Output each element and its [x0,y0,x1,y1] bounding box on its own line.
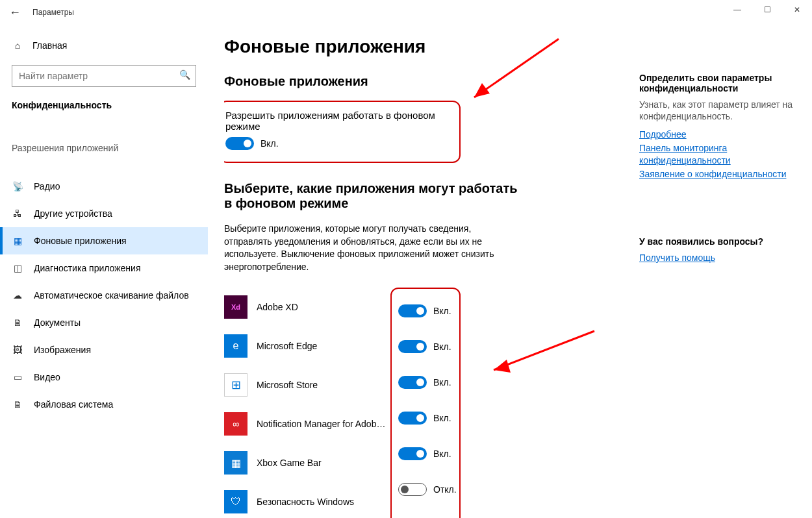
sidebar-home-label: Главная [32,40,67,51]
radio-icon: 📡 [12,180,23,192]
page-title: Фоновые приложения [224,36,812,57]
sidebar-item-6[interactable]: 🖼Изображения [0,336,208,364]
sidebar-item-1[interactable]: 🖧Другие устройства [0,200,208,227]
app-toggle[interactable] [398,483,427,496]
app-row-4: ▦Xbox Game Bar [224,443,390,482]
app-toggle-row-3: Вкл. [398,400,457,436]
sidebar-item-label: Документы [34,317,81,328]
background-apps-icon: ▦ [12,235,23,247]
app-icon: e [224,334,247,358]
sidebar-item-label: Радио [34,181,60,191]
app-toggle[interactable] [398,412,427,425]
app-toggle-row-0: Вкл. [398,293,457,328]
sidebar-item-label: Изображения [34,345,91,355]
section2-title: Выберите, какие приложения могут работат… [224,181,523,211]
app-name-label: Microsoft Edge [247,341,390,351]
app-toggle[interactable] [398,376,427,389]
master-toggle[interactable] [225,137,254,150]
link-statement[interactable]: Заявление о конфиденциальности [639,168,795,180]
app-name-label: Microsoft Store [247,380,390,390]
sidebar-item-7[interactable]: ▭Видео [0,364,208,391]
app-name-label: Xbox Game Bar [247,458,390,468]
pictures-icon: 🖼 [12,344,23,356]
search-input[interactable] [12,66,196,86]
app-icon: Xd [224,295,247,319]
link-dashboard[interactable]: Панель мониторинга конфиденциальности [639,142,795,167]
other-devices-icon: 🖧 [12,208,23,219]
app-name-label: Adobe XD [247,302,390,312]
app-toggle[interactable] [398,304,427,317]
app-diagnostics-icon: ◫ [12,262,23,274]
section1-title: Фоновые приложения [224,74,523,89]
sidebar-item-3[interactable]: ◫Диагностика приложения [0,254,208,282]
documents-icon: 🗎 [12,317,23,328]
app-toggle-row-6: Вкл. [398,507,457,518]
sidebar-item-8[interactable]: 🗎Файловая система [0,391,208,418]
right-column: Определить свои параметры конфиденциальн… [639,73,795,265]
app-name-label: Безопасность Windows [247,497,390,507]
rcol-heading-privacy: Определить свои параметры конфиденциальн… [639,73,795,93]
app-toggle-row-2: Вкл. [398,364,457,400]
app-toggle-state: Вкл. [433,341,451,352]
app-toggles-highlight-box: Вкл.Вкл.Вкл.Вкл.Вкл.Откл.Вкл. [390,288,461,518]
app-toggle[interactable] [398,340,427,353]
app-toggle-state: Вкл. [433,377,451,388]
filesystem-icon: 🗎 [12,399,23,410]
app-toggle-state: Вкл. [433,449,451,459]
sidebar-item-label: Фоновые приложения [34,236,127,246]
app-row-5: 🛡Безопасность Windows [224,482,390,518]
app-toggle-state: Откл. [433,484,457,495]
sidebar-item-2[interactable]: ▦Фоновые приложения [0,227,208,254]
back-button[interactable]: ← [5,3,25,22]
master-toggle-state: Вкл. [260,138,279,149]
app-name-label: Notification Manager for Adobe Cre… [247,419,390,429]
maximize-button[interactable]: ☐ [752,0,782,19]
app-toggle-row-4: Вкл. [398,436,457,471]
app-icon: ∞ [224,412,247,436]
auto-downloads-icon: ☁ [12,290,23,301]
close-button[interactable]: ✕ [782,0,812,19]
rcol-desc: Узнать, как этот параметр влияет на конф… [639,99,795,122]
app-toggle-row-1: Вкл. [398,328,457,364]
category-label: Конфиденциальность [0,100,208,110]
sidebar-item-label: Диагностика приложения [34,263,140,273]
app-row-0: XdAdobe XD [224,288,390,327]
sidebar-item-4[interactable]: ☁Автоматическое скачивание файлов [0,282,208,309]
app-icon: 🛡 [224,490,247,513]
sidebar-item-label: Видео [34,372,60,382]
app-toggle-state: Вкл. [433,306,451,316]
minimize-button[interactable]: — [722,0,752,19]
sidebar-home[interactable]: ⌂ Главная [0,35,208,56]
sidebar-item-5[interactable]: 🗎Документы [0,309,208,336]
home-icon: ⌂ [12,40,23,51]
app-toggle[interactable] [398,447,427,460]
sidebar-item-label: Автоматическое скачивание файлов [34,290,189,301]
app-icon: ⊞ [224,373,247,397]
app-icon: ▦ [224,451,247,475]
videos-icon: ▭ [12,371,23,383]
app-row-2: ⊞Microsoft Store [224,365,390,404]
window-title: Параметры [32,8,74,17]
search-icon: 🔍 [179,69,190,80]
rcol-heading-help: У вас появились вопросы? [639,236,795,247]
sidebar-item-0[interactable]: 📡Радио [0,173,208,200]
section2-desc: Выберите приложения, которые могут получ… [224,223,497,273]
link-more[interactable]: Подробнее [639,129,795,141]
app-row-1: eMicrosoft Edge [224,327,390,365]
sidebar: ⌂ Главная 🔍 Конфиденциальность Разрешени… [0,25,208,518]
sidebar-item-label: Файловая система [34,399,113,410]
link-get-help[interactable]: Получить помощь [639,252,795,264]
app-row-3: ∞Notification Manager for Adobe Cre… [224,404,390,443]
search-box[interactable]: 🔍 [12,65,196,87]
app-toggle-row-5: Откл. [398,471,457,507]
app-toggle-state: Вкл. [433,413,451,423]
group-label: Разрешения приложений [0,143,208,153]
master-toggle-label: Разрешить приложениям работать в фоновом… [225,110,449,132]
sidebar-item-label: Другие устройства [34,208,112,219]
master-toggle-highlight-box: Разрешить приложениям работать в фоновом… [224,101,461,163]
